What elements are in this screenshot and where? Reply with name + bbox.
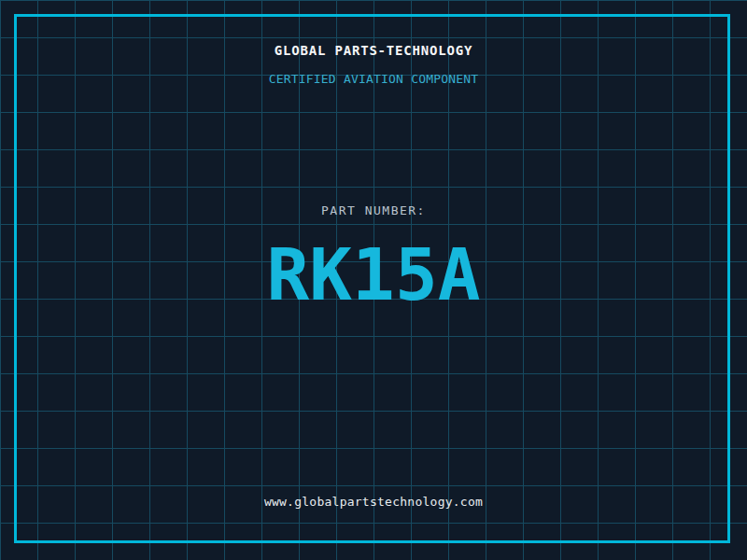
part-number-label: PART NUMBER: (0, 204, 747, 217)
certification-subtitle: CERTIFIED AVIATION COMPONENT (0, 73, 747, 85)
company-title: GLOBAL PARTS-TECHNOLOGY (0, 44, 747, 57)
website-url: www.globalpartstechnology.com (0, 496, 747, 508)
part-number-value: RK15A (0, 240, 747, 311)
